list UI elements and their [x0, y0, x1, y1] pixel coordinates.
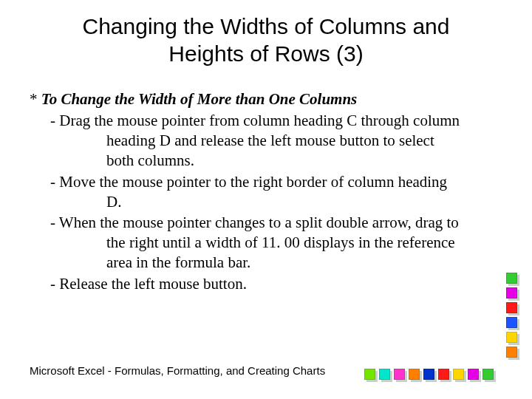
- color-square-icon: [506, 287, 517, 299]
- color-square-icon: [506, 332, 517, 343]
- color-square-icon: [394, 369, 405, 380]
- list-item: - Release the left mouse button.: [30, 274, 502, 294]
- color-square-icon: [468, 369, 479, 380]
- color-square-icon: [409, 369, 420, 380]
- color-square-icon: [506, 273, 517, 284]
- slide-body: * To Change the Width of More than One C…: [30, 89, 502, 294]
- list-item: - When the mouse pointer changes to a sp…: [30, 213, 502, 273]
- color-square-icon: [482, 369, 494, 380]
- footer-text: Microsoft Excel - Formulas, Formatting, …: [30, 364, 325, 377]
- color-square-icon: [506, 347, 517, 358]
- list-item: - Drag the mouse pointer from column hea…: [30, 111, 502, 171]
- color-square-icon: [423, 369, 434, 380]
- color-square-icon: [364, 369, 375, 380]
- color-square-icon: [453, 369, 464, 380]
- bullet-marker: *: [30, 90, 41, 108]
- color-square-icon: [506, 302, 517, 313]
- slide: Changing the Widths of Columns and Heigh…: [0, 0, 532, 399]
- decorative-squares-bottom: [364, 369, 494, 380]
- color-square-icon: [379, 369, 390, 380]
- subheading: To Change the Width of More than One Col…: [41, 90, 358, 108]
- decorative-squares-right: [506, 273, 517, 358]
- color-square-icon: [506, 317, 517, 328]
- list-item: - Move the mouse pointer to the right bo…: [30, 172, 502, 212]
- color-square-icon: [438, 369, 449, 380]
- subheading-line: * To Change the Width of More than One C…: [30, 89, 502, 109]
- slide-title: Changing the Widths of Columns and Heigh…: [59, 13, 473, 67]
